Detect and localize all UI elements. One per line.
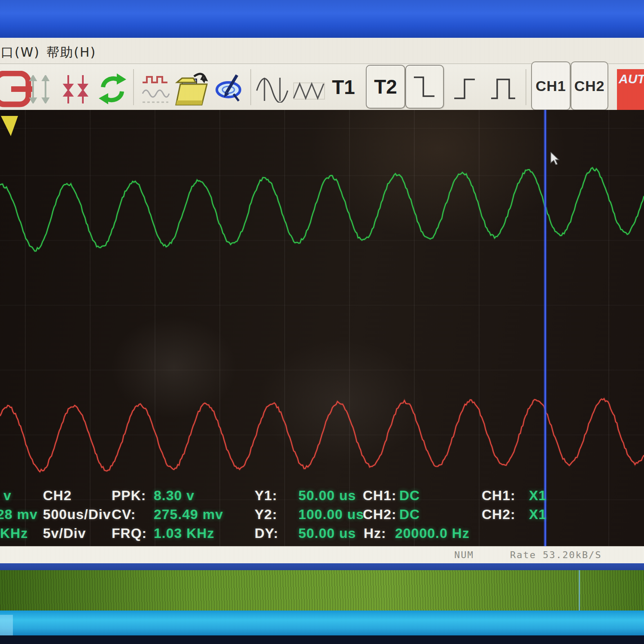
- open-folder-icon[interactable]: [173, 70, 209, 107]
- num-lock-indicator: NUM: [454, 550, 474, 560]
- ch2-column-title: CH2: [43, 488, 72, 504]
- volts-per-div: 5v/Div: [43, 526, 86, 541]
- y2-label: Y2:: [255, 507, 277, 522]
- menu-item-window[interactable]: 窗口(W): [0, 44, 40, 61]
- frq-value: 1.03 KHz: [154, 526, 214, 541]
- cv-value: 275.49 mv: [154, 507, 223, 522]
- ch1-coupling-label: CH1:: [363, 488, 397, 504]
- record-disc-glyph: [215, 73, 243, 103]
- ppk-label: PPK:: [112, 488, 146, 504]
- ch1-frq-value-cut: KHz: [0, 526, 28, 541]
- ch1-probe-label: CH1:: [482, 488, 516, 504]
- y2-value: 100.00 us: [298, 507, 364, 522]
- rising-edge-glyph: [453, 73, 479, 104]
- ch2-coupling-label: CH2:: [363, 507, 397, 522]
- ch2-trace: [0, 399, 644, 472]
- auto-button-label: AUTO: [619, 72, 644, 86]
- ch2-probe-label: CH2:: [482, 507, 516, 522]
- window-titlebar: [0, 0, 644, 38]
- ch1-cv-value-cut: 28 mv: [0, 507, 38, 522]
- wave-settings-glyph: [141, 72, 171, 105]
- pulse-icon[interactable]: [488, 73, 519, 104]
- triangle-wave-icon[interactable]: [293, 79, 325, 102]
- cv-label: CV:: [112, 507, 136, 522]
- screen-artifact-line: [579, 570, 580, 611]
- window-bottom-edge: [0, 563, 644, 570]
- y1-label: Y1:: [255, 488, 277, 504]
- ch1-trace: [0, 168, 644, 251]
- channel-2-button[interactable]: CH2: [571, 61, 608, 110]
- waveform-canvas[interactable]: [0, 110, 644, 546]
- ch1-probe-value: X1: [529, 488, 547, 504]
- dy-label: DY:: [255, 526, 279, 541]
- sine-cursors-icon[interactable]: [256, 76, 289, 103]
- marker-cursors-glyph: [61, 73, 90, 105]
- trigger-t1-label: T1: [332, 76, 355, 99]
- sine-cursors-glyph: [256, 76, 289, 103]
- frq-label: FRQ:: [112, 526, 147, 541]
- vertical-cursors-icon[interactable]: [27, 75, 52, 103]
- taskbar-left-highlight: [0, 615, 13, 635]
- menu-bar: 窗口(W) 帮助(H): [0, 38, 644, 64]
- vertical-cursors-glyph: [27, 75, 52, 103]
- oscilloscope-app-screenshot: 窗口(W) 帮助(H): [0, 0, 644, 644]
- trigger-t1-button[interactable]: T1: [328, 71, 359, 103]
- channel-2-label: CH2: [574, 78, 605, 94]
- pulse-glyph: [489, 73, 517, 104]
- monitor-bezel: [0, 635, 644, 644]
- channel-1-button[interactable]: CH1: [531, 61, 571, 110]
- desktop-wallpaper: [0, 570, 644, 611]
- refresh-icon[interactable]: [98, 72, 127, 106]
- hz-value: 20000.0 Hz: [395, 526, 470, 541]
- hz-label: Hz:: [364, 526, 386, 541]
- scope-display[interactable]: v CH2 PPK: 8.30 v Y1: 50.00 us CH1: DC C…: [0, 110, 644, 546]
- falling-edge-icon: [411, 71, 438, 102]
- trigger-t2-button[interactable]: T2: [366, 65, 405, 109]
- toolbar: T1 T2 CH1 CH2 AUTO: [0, 64, 644, 110]
- grass-texture: [0, 570, 644, 611]
- ppk-value: 8.30 v: [154, 488, 194, 504]
- channel-1-label: CH1: [535, 78, 566, 94]
- toolbar-separator: [133, 69, 134, 105]
- menu-item-help[interactable]: 帮助(H): [46, 44, 96, 61]
- ch2-probe-value: X1: [529, 507, 547, 522]
- taskbar: [0, 611, 644, 635]
- trigger-t2-label: T2: [374, 75, 397, 98]
- refresh-glyph: [98, 72, 127, 106]
- ch1-ppk-value-cut: v: [3, 488, 12, 504]
- record-disc-icon[interactable]: [215, 73, 243, 103]
- ch1-coupling-value: DC: [399, 488, 420, 504]
- timebase-value: 500us/Div: [43, 507, 111, 522]
- toolbar-separator: [250, 69, 251, 105]
- measurement-readout: v CH2 PPK: 8.30 v Y1: 50.00 us CH1: DC C…: [0, 483, 644, 546]
- status-bar: NUM Rate 53.20kB/S: [0, 546, 644, 564]
- triangle-wave-glyph: [293, 79, 325, 102]
- ch2-coupling-value: DC: [399, 507, 420, 522]
- sample-rate-indicator: Rate 53.20kB/S: [510, 550, 601, 560]
- mouse-pointer: [550, 152, 561, 165]
- rising-edge-icon[interactable]: [451, 73, 480, 104]
- wave-settings-icon[interactable]: [141, 72, 171, 105]
- y1-value: 50.00 us: [298, 488, 356, 504]
- marker-cursors-icon[interactable]: [61, 73, 90, 105]
- toolbar-separator: [526, 69, 526, 105]
- dy-value: 50.00 us: [298, 526, 356, 541]
- falling-edge-button[interactable]: [405, 65, 444, 109]
- open-folder-glyph: [173, 70, 209, 107]
